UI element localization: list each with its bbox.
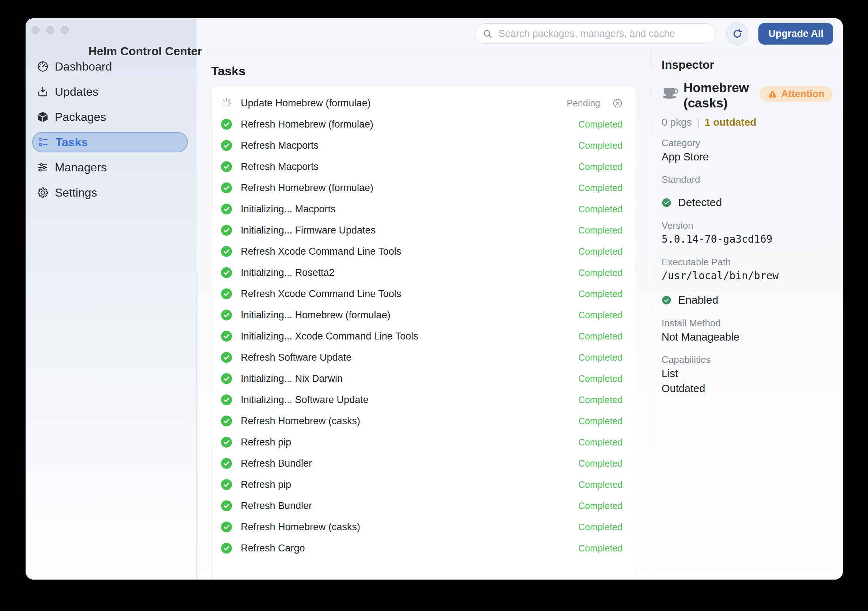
check-circle-icon — [220, 181, 233, 194]
task-row: Initializing... Homebrew (formulae) Comp… — [220, 304, 623, 326]
task-status: Completed — [578, 225, 623, 236]
field-label: Category — [662, 137, 832, 149]
task-name: Refresh pip — [241, 479, 291, 490]
inspector-fields: CategoryApp StoreStandardDetectedVersion… — [662, 137, 832, 395]
task-status: Completed — [578, 458, 623, 469]
sliders-icon — [37, 161, 49, 174]
package-box-icon — [37, 111, 49, 123]
checklist-icon — [37, 136, 50, 148]
task-status: Completed — [578, 331, 623, 342]
app-window: Helm Control Center Dashboard Updates Pa… — [26, 18, 843, 580]
sidebar-item-label: Dashboard — [55, 60, 112, 73]
task-name: Refresh Cargo — [241, 543, 305, 554]
check-circle-icon — [662, 198, 671, 208]
task-row: Refresh Macports Completed — [220, 156, 623, 177]
sidebar-item-updates[interactable]: Updates — [32, 82, 188, 102]
status-text: Enabled — [678, 294, 718, 306]
task-name: Refresh Bundler — [241, 458, 312, 469]
field-label: Capabilities — [662, 354, 832, 366]
check-circle-icon — [220, 394, 233, 406]
task-row: Refresh Bundler Completed — [220, 453, 623, 474]
task-status: Completed — [578, 310, 623, 321]
task-row: Refresh Homebrew (formulae) Completed — [220, 177, 623, 198]
task-row: Refresh Software Update Completed — [220, 347, 623, 368]
inspector-field: Enabled — [662, 294, 832, 306]
task-row: Refresh pip Completed — [220, 474, 623, 495]
field-label: Version — [662, 220, 832, 231]
sidebar: Helm Control Center Dashboard Updates Pa… — [26, 18, 197, 580]
task-name: Initializing... Xcode Command Line Tools — [241, 331, 418, 342]
search-input-wrap[interactable] — [475, 23, 716, 44]
check-circle-icon — [220, 436, 233, 448]
check-circle-icon — [220, 309, 233, 321]
upgrade-all-button[interactable]: Upgrade All — [758, 23, 833, 45]
task-status: Completed — [578, 416, 623, 426]
app-title: Helm Control Center — [88, 45, 202, 58]
stats-separator: | — [697, 116, 700, 128]
content-row: Tasks Update Homebrew (formulae) Pending… — [197, 49, 843, 580]
check-circle-icon — [220, 521, 233, 533]
task-row: Update Homebrew (formulae) Pending — [220, 93, 623, 114]
task-status: Completed — [578, 501, 623, 511]
check-circle-icon — [220, 372, 233, 385]
check-circle-icon — [220, 267, 233, 279]
task-row: Initializing... Firmware Updates Complet… — [220, 220, 623, 241]
task-name: Initializing... Nix Darwin — [241, 373, 343, 385]
task-status: Completed — [578, 543, 623, 554]
task-name: Refresh Xcode Command Line Tools — [241, 246, 401, 257]
page-title: Tasks — [211, 65, 636, 77]
field-value: /usr/local/bin/brew — [662, 269, 832, 283]
task-row: Refresh Macports Completed — [220, 135, 623, 156]
task-row: Initializing... Nix Darwin Completed — [220, 368, 623, 389]
check-circle-icon — [220, 245, 233, 257]
inspector-field: CategoryApp Store — [662, 137, 832, 164]
inspector-field: Executable Path/usr/local/bin/brew — [662, 256, 832, 283]
task-status: Completed — [578, 479, 623, 490]
minimize-button[interactable] — [46, 26, 54, 34]
sidebar-item-settings[interactable]: Settings — [32, 182, 188, 203]
check-circle-icon — [220, 203, 233, 215]
task-status: Completed — [578, 140, 623, 151]
check-circle-icon — [220, 415, 233, 427]
search-icon — [483, 29, 493, 39]
task-name: Refresh Homebrew (formulae) — [241, 182, 374, 194]
search-input[interactable] — [498, 28, 708, 40]
window-controls — [31, 26, 69, 34]
warning-triangle-icon — [767, 89, 777, 99]
task-name: Refresh Bundler — [241, 500, 312, 512]
cup-icon — [662, 83, 680, 100]
check-circle-icon — [220, 139, 233, 152]
task-status: Completed — [578, 522, 623, 532]
task-name: Initializing... Macports — [241, 203, 336, 215]
task-row: Refresh Bundler Completed — [220, 495, 623, 516]
cancel-task-button[interactable] — [613, 98, 623, 108]
close-button[interactable] — [31, 26, 39, 34]
task-status: Completed — [578, 119, 623, 130]
zoom-button[interactable] — [60, 26, 69, 34]
sidebar-item-tasks[interactable]: Tasks — [32, 132, 188, 152]
task-name: Update Homebrew (formulae) — [241, 98, 371, 109]
task-status: Completed — [578, 246, 623, 257]
sidebar-item-packages[interactable]: Packages — [32, 107, 188, 127]
refresh-button[interactable] — [726, 23, 748, 45]
task-name: Initializing... Firmware Updates — [241, 225, 375, 236]
task-name: Refresh Software Update — [241, 352, 352, 363]
manager-name: Homebrew (casks) — [684, 80, 760, 111]
field-label: Executable Path — [662, 256, 832, 268]
cancel-icon — [613, 98, 623, 108]
gear-icon — [37, 186, 49, 199]
task-name: Refresh Homebrew (casks) — [241, 416, 360, 427]
check-circle-icon — [220, 457, 233, 470]
field-label: Standard — [662, 174, 832, 185]
task-status: Completed — [578, 161, 623, 172]
sidebar-item-label: Updates — [55, 85, 98, 99]
inspector-field: Detected — [662, 196, 832, 209]
sidebar-item-managers[interactable]: Managers — [32, 157, 188, 178]
tasks-panel: Tasks Update Homebrew (formulae) Pending… — [197, 49, 650, 580]
task-row: Refresh Homebrew (casks) Completed — [220, 516, 623, 538]
sidebar-nav: Dashboard Updates Packages Tasks Manager… — [26, 56, 196, 203]
task-name: Refresh Homebrew (formulae) — [241, 119, 374, 130]
sidebar-item-dashboard[interactable]: Dashboard — [32, 56, 188, 77]
task-row: Initializing... Rosetta2 Completed — [220, 262, 623, 283]
task-name: Refresh Homebrew (casks) — [241, 521, 360, 533]
